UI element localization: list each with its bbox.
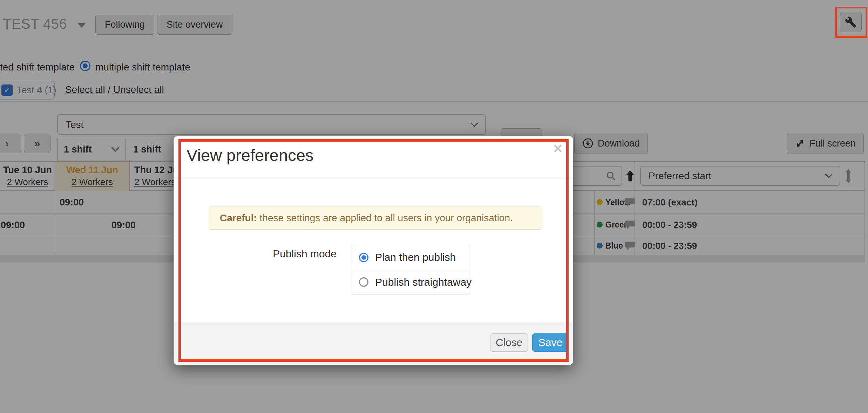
modal-header: View preferences ×	[174, 136, 573, 178]
option-publish-straightaway[interactable]: Publish straightaway	[352, 270, 469, 294]
radio-selected-icon[interactable]	[359, 253, 368, 262]
warning-bold-text: Careful:	[220, 212, 257, 223]
option-plan-then-publish[interactable]: Plan then publish	[352, 245, 469, 270]
publish-mode-options: Plan then publish Publish straightaway	[352, 245, 469, 294]
close-icon[interactable]: ×	[553, 141, 562, 156]
app-root: TEST 456 Following Site overview ted shi…	[0, 0, 868, 413]
save-button[interactable]: Save	[532, 333, 569, 352]
radio-unselected-icon[interactable]	[359, 277, 368, 287]
close-button[interactable]: Close	[490, 333, 528, 352]
modal-title: View preferences	[187, 145, 313, 165]
warning-banner: Careful: these settings are applied to a…	[209, 206, 542, 230]
option-label: Publish straightaway	[375, 276, 472, 288]
publish-mode-label: Publish mode	[210, 248, 337, 260]
option-label: Plan then publish	[375, 251, 456, 263]
warning-text: these settings are applied to all users …	[257, 212, 513, 223]
view-preferences-modal: View preferences × Careful: these settin…	[174, 136, 573, 365]
